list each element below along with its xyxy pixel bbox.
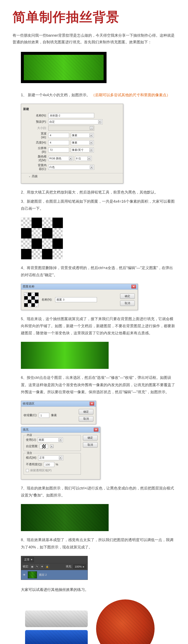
shrink-dialog: 收缩选区 ✕ 收缩量(C): 1 像素 确定 取消	[21, 401, 96, 424]
res-unit-select[interactable]: 像素/英寸 ▾	[71, 148, 94, 152]
chevron-down-icon[interactable]: ▾	[50, 445, 53, 448]
chevron-down-icon: ▾	[98, 120, 102, 124]
ok-button[interactable]: 确定	[83, 435, 98, 440]
chevron-down-icon: ▾	[89, 141, 93, 144]
mode-label: 颜色模式(M):	[27, 155, 48, 162]
layer-row[interactable]: 👁 图层 2	[21, 570, 87, 580]
step-4: 4、将背景图层删除掉，背景变成透明的，然后ctrl+a全选，然后"编辑"—"定义…	[21, 264, 175, 278]
lock-label: 锁定:	[23, 565, 29, 568]
blend-mode-select[interactable]: 正常 ▾	[38, 455, 63, 460]
pattern-dialog-title: 图案名称	[23, 285, 35, 288]
textured-block	[21, 504, 109, 531]
bg-label: 背景内容(C):	[27, 164, 48, 171]
close-icon[interactable]: ✕	[131, 285, 136, 288]
name-input[interactable]: 未标题-2	[48, 113, 94, 118]
lock-all-icon[interactable]: 🔒	[45, 565, 49, 568]
shrink-unit: 像素	[51, 414, 57, 417]
blend-mode-value: 正常	[39, 456, 45, 460]
example-gray	[25, 610, 88, 627]
name-label: 名称(N):	[27, 114, 48, 118]
cancel-button[interactable]: 取消	[120, 300, 135, 306]
step-8: 8、现在效果就基本成型了，感觉有点太实了，所以我们把图层的透明度可以调低一点，我…	[21, 536, 175, 550]
bits-select[interactable]: 8 位 ▾	[75, 156, 92, 161]
mode-select[interactable]: RGB 颜色 ▾	[48, 156, 73, 161]
fill-value[interactable]: 100% ▸	[73, 564, 86, 569]
conclusion: 大家可以试着进行其他抽丝效果的练习。	[21, 586, 175, 593]
height-label: 高度(H):	[27, 141, 48, 144]
size-select: ▾	[48, 126, 94, 130]
cancel-button[interactable]: 取消	[83, 442, 98, 448]
custom-pattern-label: 自定图案:	[26, 444, 38, 448]
step-7: 7、现在的效果如图所示，我们可以ctrl+i进行反色，让黑色变成白色的，然后把图…	[21, 485, 175, 499]
step-1-text: 1、 新建一个4x4大小的文档，如图所示。	[21, 93, 90, 97]
bg-value: 白色	[49, 165, 55, 169]
chevron-down-icon: ▾	[69, 157, 72, 160]
pattern-name-input[interactable]: 图案 3	[55, 297, 97, 302]
use-select[interactable]: 图案 ▾	[38, 438, 63, 442]
chevron-down-icon: ▾	[89, 134, 93, 137]
dialog-title: 新建	[21, 106, 123, 112]
step-1-note: （后期可以多尝试其他的尺寸和里面的像素点）	[91, 93, 170, 97]
intro-text: 有一些朋友问我一些banner背景纹理是怎么做的，今天得空我来分享一下抽丝制作心…	[13, 32, 175, 46]
size-label: 大小(I):	[27, 126, 48, 130]
width-unit-select[interactable]: 像素 ▾	[71, 133, 94, 138]
content-legend: 内容	[26, 433, 33, 437]
blend-mode-dropdown[interactable]: 正常 ▾	[23, 557, 34, 562]
fill-value-text: 100%	[75, 565, 82, 568]
expand-icon[interactable]: ⌄	[27, 175, 32, 178]
fill-title: 填充	[23, 428, 29, 432]
gradient-block	[21, 342, 109, 369]
fill-label: 填充:	[66, 565, 72, 568]
shrink-amount-label: 收缩量(C):	[24, 414, 37, 417]
blend-mode-label: 模式(M):	[26, 456, 37, 460]
width-label: 宽度(W):	[27, 132, 48, 139]
res-unit: 像素/英寸	[72, 148, 83, 152]
step-2: 2、用放大镜工具把文档放到最大，然后选择铅笔工具，前景色为黑色，其他默认。	[21, 189, 175, 196]
new-document-dialog: 新建 名称(N): 未标题-2 预设(P): 自定 ▾ 大小(I): ▾ 宽度(…	[21, 104, 123, 184]
height-unit-select[interactable]: 像素 ▾	[71, 140, 94, 145]
use-label: 使用(U):	[26, 438, 37, 442]
step-5: 5、现在来说，这个抽丝图案就算完成了，接下来我们只要在背景图上面进行填充，它就会…	[21, 315, 175, 337]
res-input[interactable]: 72	[48, 148, 69, 152]
example-result	[21, 52, 107, 83]
step-1: 1、 新建一个4x4大小的文档，如图所示。 （后期可以多尝试其他的尺寸和里面的像…	[21, 92, 175, 98]
visibility-icon[interactable]: 👁	[23, 573, 26, 576]
chevron-right-icon: ▸	[83, 565, 84, 568]
advanced-label[interactable]: 高级	[32, 174, 38, 178]
opacity-input[interactable]: 100	[44, 462, 54, 467]
blend-mode-text: 正常	[24, 558, 30, 562]
preset-value: 自定	[49, 120, 55, 124]
ok-button[interactable]: 确定	[120, 294, 135, 299]
pattern-swatch[interactable]	[40, 444, 48, 449]
close-icon[interactable]: ✕	[90, 402, 94, 406]
preset-label: 预设(P):	[27, 120, 48, 124]
mode-value: RGB 颜色	[49, 157, 61, 160]
height-unit: 像素	[72, 141, 77, 144]
preserve-checkbox[interactable]	[26, 469, 29, 472]
chevron-down-icon: ▾	[89, 148, 93, 152]
opacity-unit: %	[56, 463, 58, 466]
chevron-down-icon: ▾	[90, 166, 93, 169]
lock-pixels-icon[interactable]: ▦	[30, 565, 34, 568]
example-result-inner	[24, 55, 104, 80]
height-input[interactable]: 4	[48, 140, 69, 145]
shrink-amount-input[interactable]: 1	[39, 413, 49, 418]
chevron-down-icon: ▾	[90, 126, 93, 130]
cancel-button[interactable]: 取消	[79, 416, 93, 422]
shrink-title: 收缩选区	[23, 402, 35, 406]
chevron-down-icon: ▾	[59, 456, 62, 460]
preset-select[interactable]: 自定 ▾	[48, 119, 103, 124]
width-unit: 像素	[72, 134, 77, 137]
step-3: 3、新建图层，在图层上面用铅笔画如下的图案，一共是4x4=16个像素的面积，大家…	[21, 198, 175, 212]
use-value: 图案	[39, 438, 44, 442]
page-title: 简单制作抽丝背景	[13, 8, 175, 26]
bg-select[interactable]: 白色 ▾	[48, 165, 94, 170]
example-blue	[25, 630, 88, 644]
bits-value: 8 位	[76, 157, 81, 160]
ok-button[interactable]: 确定	[79, 409, 93, 414]
width-input[interactable]: 4	[48, 133, 69, 138]
close-icon[interactable]: ✕	[94, 428, 98, 432]
lock-move-icon[interactable]: ✥	[40, 565, 44, 568]
res-label: 分辨率(R):	[27, 146, 48, 154]
lock-brush-icon[interactable]: ✎	[35, 565, 39, 568]
